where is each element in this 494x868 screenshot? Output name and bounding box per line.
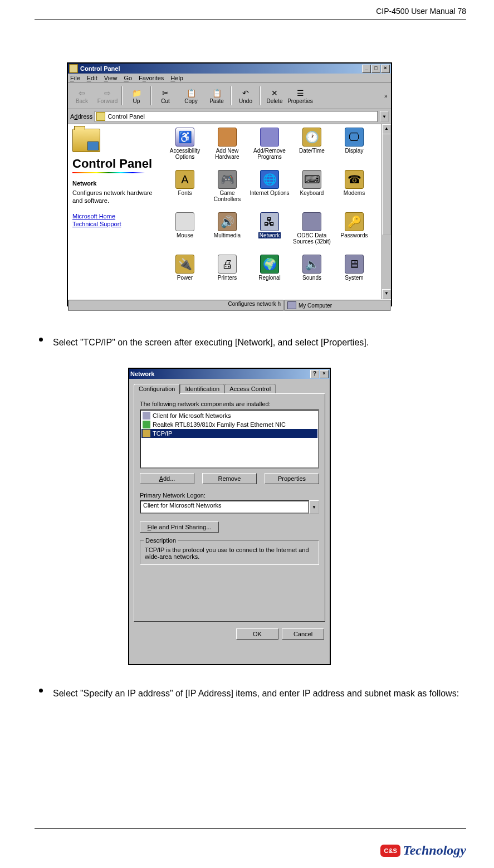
game-icon: 🎮 xyxy=(218,170,237,189)
internet-icon: 🌐 xyxy=(260,170,279,189)
regional-icon: 🌍 xyxy=(260,255,279,274)
item-sounds[interactable]: 🔈Sounds xyxy=(291,255,333,296)
menu-favorites[interactable]: Favorites xyxy=(139,75,164,81)
item-power[interactable]: 🔌Power xyxy=(164,255,206,296)
item-regional[interactable]: 🌍Regional xyxy=(248,255,291,296)
control-panel-window: Control Panel _ □ × File Edit View Go Fa… xyxy=(67,62,392,306)
help-button[interactable]: ? xyxy=(310,370,319,378)
display-icon: 🖵 xyxy=(345,128,364,147)
item-accessibility[interactable]: ♿Accessibility Options xyxy=(164,128,206,169)
menu-view[interactable]: View xyxy=(104,75,118,81)
close-button[interactable]: × xyxy=(320,370,329,378)
item-multimedia[interactable]: 🔊Multimedia xyxy=(206,212,248,253)
forward-button[interactable]: ⇨Forward xyxy=(95,85,120,107)
client-icon xyxy=(143,412,150,420)
statusbar: Configures network h My Computer xyxy=(68,299,391,311)
address-box[interactable]: Control Panel xyxy=(95,111,378,122)
list-item[interactable]: Client for Microsoft Networks xyxy=(141,411,317,420)
item-fonts[interactable]: AFonts xyxy=(164,170,206,211)
scroll-up[interactable]: ▲ xyxy=(382,124,391,134)
status-text: Configures network h xyxy=(69,300,283,311)
item-modems[interactable]: ☎Modems xyxy=(333,170,375,211)
datetime-icon: 🕐 xyxy=(302,128,321,147)
up-button[interactable]: 📁Up xyxy=(124,85,149,107)
link-tech-support[interactable]: Technical Support xyxy=(72,221,158,227)
accessibility-icon: ♿ xyxy=(175,128,194,147)
logo-text: Technology xyxy=(403,843,466,858)
remove-button[interactable]: Remove xyxy=(202,473,257,484)
item-add-hardware[interactable]: Add New Hardware xyxy=(206,128,248,169)
link-ms-home[interactable]: Microsoft Home xyxy=(72,213,158,220)
list-item[interactable]: Realtek RTL8139/810x Family Fast Etherne… xyxy=(141,420,317,429)
logon-value: Client for Microsoft Networks xyxy=(140,500,309,514)
item-datetime[interactable]: 🕐Date/Time xyxy=(291,128,333,169)
system-icon: 🖥 xyxy=(345,255,364,274)
titlebar[interactable]: Network ? × xyxy=(129,369,330,379)
item-mouse[interactable]: Mouse xyxy=(164,212,206,253)
cancel-button[interactable]: Cancel xyxy=(282,628,324,640)
item-internet[interactable]: 🌐Internet Options xyxy=(248,170,291,211)
undo-icon: ↶ xyxy=(240,88,251,98)
installed-label: The following network components are ins… xyxy=(140,401,319,407)
properties-button[interactable]: ☰Properties xyxy=(287,85,313,107)
item-display[interactable]: 🖵Display xyxy=(333,128,375,169)
tab-access-control[interactable]: Access Control xyxy=(224,384,276,394)
header-rule xyxy=(35,19,466,20)
item-system[interactable]: 🖥System xyxy=(333,255,375,296)
close-button[interactable]: × xyxy=(381,65,390,73)
item-network[interactable]: 🖧Network xyxy=(248,212,291,253)
maximize-button[interactable]: □ xyxy=(371,65,380,73)
logon-combo[interactable]: Client for Microsoft Networks ▼ xyxy=(140,500,319,514)
toolbar-overflow[interactable]: » xyxy=(384,93,390,99)
component-list[interactable]: Client for Microsoft Networks Realtek RT… xyxy=(140,409,319,469)
protocol-icon xyxy=(143,430,150,437)
address-dropdown[interactable]: ▼ xyxy=(380,111,389,122)
menu-help[interactable]: Help xyxy=(170,75,183,81)
address-icon xyxy=(96,112,105,121)
item-game[interactable]: 🎮Game Controllers xyxy=(206,170,248,211)
menu-file[interactable]: File xyxy=(70,75,80,81)
copy-icon: 📋 xyxy=(185,88,197,98)
bullet-icon xyxy=(39,689,43,693)
scrollbar[interactable]: ▲ ▼ xyxy=(381,124,391,299)
instruction-1: Select "TCP/IP" on the screen after exec… xyxy=(53,334,466,351)
back-icon: ⇦ xyxy=(76,88,87,98)
combo-dropdown[interactable]: ▼ xyxy=(309,500,319,514)
item-keyboard[interactable]: ⌨Keyboard xyxy=(291,170,333,211)
back-button[interactable]: ⇦Back xyxy=(69,85,95,107)
undo-button[interactable]: ↶Undo xyxy=(233,85,258,107)
scroll-down[interactable]: ▼ xyxy=(382,289,391,299)
properties-button[interactable]: Properties xyxy=(265,473,319,484)
scroll-thumb[interactable] xyxy=(382,134,391,235)
item-odbc[interactable]: ODBC Data Sources (32bit) xyxy=(291,212,333,253)
copy-button[interactable]: 📋Copy xyxy=(178,85,204,107)
footer-rule xyxy=(35,828,466,829)
dialog-title: Network xyxy=(130,370,154,377)
minimize-button[interactable]: _ xyxy=(362,65,371,73)
item-printers[interactable]: 🖨Printers xyxy=(206,255,248,296)
hardware-icon xyxy=(218,128,237,147)
menu-go[interactable]: Go xyxy=(124,75,132,81)
list-item-selected[interactable]: TCP/IP xyxy=(141,429,317,438)
add-button[interactable]: Add... xyxy=(140,473,194,484)
delete-button[interactable]: ✕Delete xyxy=(262,85,287,107)
tab-identification[interactable]: Identification xyxy=(180,384,224,394)
properties-icon: ☰ xyxy=(295,88,306,98)
modem-icon: ☎ xyxy=(345,170,364,189)
titlebar[interactable]: Control Panel _ □ × xyxy=(68,64,391,74)
ok-button[interactable]: OK xyxy=(236,628,278,640)
paste-button[interactable]: 📋Paste xyxy=(204,85,229,107)
tab-panel: The following network components are ins… xyxy=(134,393,325,622)
item-add-remove[interactable]: Add/Remove Programs xyxy=(248,128,291,169)
description-text: TCP/IP is the protocol you use to connec… xyxy=(145,547,314,560)
instruction-2: Select "Specify an IP address" of [IP Ad… xyxy=(53,685,466,702)
keyboard-icon: ⌨ xyxy=(302,170,321,189)
tab-configuration[interactable]: Configuration xyxy=(134,384,180,394)
fonts-icon: A xyxy=(175,170,194,189)
file-print-sharing-button[interactable]: File and Print Sharing... xyxy=(140,521,219,533)
menu-edit[interactable]: Edit xyxy=(87,75,97,81)
paste-icon: 📋 xyxy=(211,88,222,98)
mouse-icon xyxy=(175,212,194,231)
item-passwords[interactable]: 🔑Passwords xyxy=(333,212,375,253)
cut-button[interactable]: ✂Cut xyxy=(153,85,178,107)
